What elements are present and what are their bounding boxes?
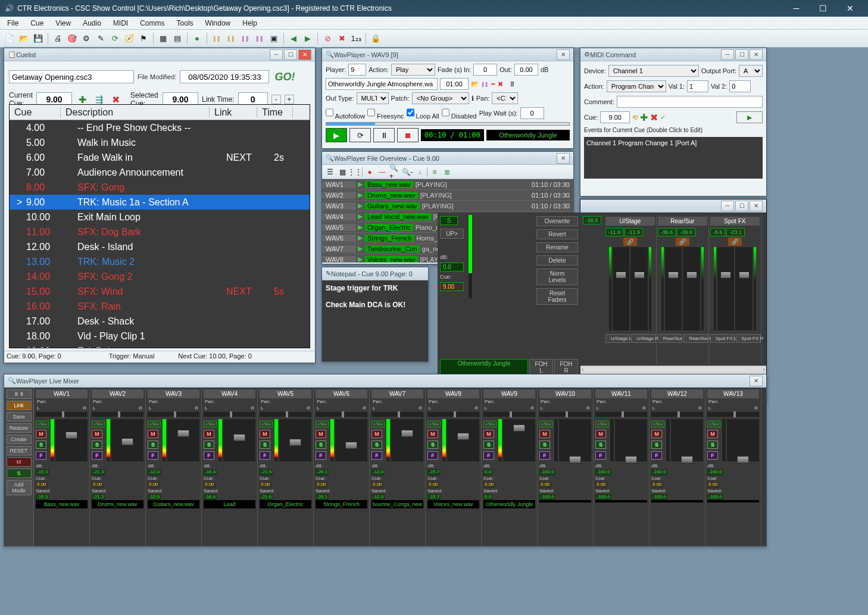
channel-fader[interactable] <box>111 419 143 461</box>
cuelist-max-button[interactable]: ☐ <box>284 49 297 60</box>
channel-fader[interactable] <box>559 419 591 461</box>
channel-fader[interactable] <box>727 419 759 461</box>
prev-icon[interactable]: ◀ <box>288 33 299 45</box>
channel-link-icon[interactable]: <℅> <box>427 421 441 427</box>
compass-icon[interactable]: 🧭 <box>123 33 135 45</box>
grid-icon[interactable]: ▤ <box>171 33 183 45</box>
outmix-overwrite-button[interactable]: Overwrite <box>536 216 578 226</box>
fv-list-icon[interactable]: ☰ <box>324 167 335 177</box>
midi-send-button[interactable]: ▶ <box>736 111 763 123</box>
outmix-rename-button[interactable]: Rename <box>536 242 578 252</box>
cancel-icon[interactable]: ⊘ <box>321 33 333 45</box>
patch-info-icon[interactable]: ℹ <box>472 95 474 102</box>
refresh-icon[interactable]: ⟳ <box>109 33 121 45</box>
menu-comms[interactable]: Comms <box>135 18 169 29</box>
solo-button[interactable]: S <box>483 441 494 449</box>
file-row[interactable]: WAV1▶Bass_new.wav[PLAYING]01:10 / 03:30 <box>322 179 573 190</box>
fv-align1-icon[interactable]: ≡ <box>429 167 440 177</box>
midi-refresh-icon[interactable]: ⟲ <box>632 114 638 121</box>
pan-slider[interactable] <box>148 412 199 417</box>
bars4-icon[interactable]: ⫿⫿ <box>254 33 266 45</box>
folder-icon[interactable]: 📂 <box>471 80 479 88</box>
menu-midi[interactable]: MIDI <box>108 18 133 29</box>
midi-port-select[interactable]: A <box>739 65 763 77</box>
solo-button[interactable]: S <box>148 441 158 449</box>
cuelist-row[interactable]: 7.00Audience Announcement <box>10 165 310 180</box>
notepad-body[interactable]: Stage trigger for TRK Check Main DCA is … <box>322 280 428 361</box>
pan-select[interactable]: <C> <box>492 92 518 104</box>
outmix-foh-l[interactable]: FOH L <box>529 359 553 376</box>
channel-fader[interactable] <box>447 419 479 461</box>
fadein-input[interactable] <box>473 64 497 76</box>
solo-button[interactable]: S <box>595 441 606 449</box>
channel-link-icon[interactable]: <℅> <box>371 421 385 427</box>
cuelist-row[interactable]: 15.00SFX: WindNEXT5s <box>10 284 310 299</box>
midi-comment-input[interactable] <box>617 96 763 108</box>
col-link[interactable]: Link <box>210 107 257 118</box>
cuelist-row[interactable]: 4.00-- End Pre Show Checks -- <box>10 120 310 135</box>
channel-fader[interactable] <box>279 419 311 461</box>
fx-button[interactable]: F <box>204 451 214 460</box>
midi-action-select[interactable]: Program Change <box>607 80 666 92</box>
cuelist-row[interactable]: 17.00Desk - Shack <box>10 314 310 329</box>
cuelist-row[interactable]: 11.00SFX: Dog Bark <box>10 224 310 239</box>
solo-button[interactable]: S <box>539 441 550 449</box>
channel-fader[interactable] <box>223 419 255 461</box>
fx-button[interactable]: F <box>539 451 550 460</box>
pan-slider[interactable] <box>260 412 311 417</box>
fader-icon[interactable]: 🎚 <box>509 80 516 88</box>
midi-add-icon[interactable]: ✚ <box>640 112 648 123</box>
channel-fader[interactable] <box>615 419 647 461</box>
fx-button[interactable]: F <box>36 451 46 460</box>
cuelist-row[interactable]: 13.00TRK: Music 2 <box>10 254 310 269</box>
autofollow-checkbox[interactable]: Autofollow <box>326 107 365 120</box>
pan-slider[interactable] <box>539 412 591 417</box>
livemix-global-save[interactable]: Save <box>7 412 32 422</box>
pan-slider[interactable] <box>36 412 88 417</box>
gear-icon[interactable]: ⚙ <box>80 33 92 45</box>
livemix-global-s[interactable]: S <box>7 469 32 478</box>
fv-record-icon[interactable]: ● <box>364 167 375 177</box>
solo-button[interactable]: S <box>92 441 102 449</box>
menu-cue[interactable]: Cue <box>26 18 48 29</box>
fx-button[interactable]: F <box>371 451 382 460</box>
target-icon[interactable]: 🎯 <box>66 33 78 45</box>
fx-button[interactable]: F <box>483 451 494 460</box>
outmix-min-button[interactable]: ─ <box>721 201 734 211</box>
fx-button[interactable]: F <box>92 451 102 460</box>
mute-button[interactable]: M <box>36 430 46 438</box>
remove-icon[interactable]: ✖ <box>498 80 503 88</box>
lock-icon[interactable]: 🔒 <box>370 33 382 45</box>
menu-audio[interactable]: Audio <box>78 18 106 29</box>
open-icon[interactable]: 📂 <box>18 33 30 45</box>
midi-delete-icon[interactable]: ✖ <box>650 112 658 123</box>
mute-button[interactable]: M <box>539 430 550 438</box>
channel-fader[interactable] <box>391 419 423 461</box>
transport-stop-button[interactable]: ⏹ <box>397 128 419 142</box>
fv-tree-icon[interactable]: ⋮⋮ <box>349 167 360 177</box>
midi-events-list[interactable]: Channel 1 Program Change 1 [Port A] <box>584 137 763 179</box>
save-icon[interactable]: 💾 <box>32 33 44 45</box>
numbers-icon[interactable]: 1₂₃ <box>350 33 362 45</box>
edit-icon[interactable]: ✎ <box>95 33 107 45</box>
pan-slider[interactable] <box>371 412 423 417</box>
bars1-icon[interactable]: ⫿⫿ <box>211 33 223 45</box>
fv-down-icon[interactable]: ↓ <box>414 167 425 177</box>
channel-link-icon[interactable]: <℅> <box>148 421 161 427</box>
channel-link-icon[interactable]: <℅> <box>483 421 497 427</box>
fx-button[interactable]: F <box>651 451 662 460</box>
solo-button[interactable]: S <box>204 441 214 449</box>
action-select[interactable]: Play <box>391 64 435 76</box>
delete-icon[interactable]: ✖ <box>336 33 348 45</box>
pan-slider[interactable] <box>707 412 759 417</box>
cuelist-row[interactable]: >9.00TRK: Music 1a - Section A <box>10 195 310 210</box>
fx-button[interactable]: F <box>427 451 438 460</box>
bars3-icon[interactable]: ⫿⫿ <box>239 33 251 45</box>
mute-button[interactable]: M <box>148 430 158 438</box>
col-desc[interactable]: Description <box>61 107 210 118</box>
channel-link-icon[interactable]: <℅> <box>595 421 608 427</box>
channel-fader[interactable] <box>55 419 88 461</box>
link-icon[interactable]: 🔗 <box>623 238 637 246</box>
menu-tools[interactable]: Tools <box>172 18 198 29</box>
link-icon[interactable]: 🔗 <box>728 238 742 246</box>
